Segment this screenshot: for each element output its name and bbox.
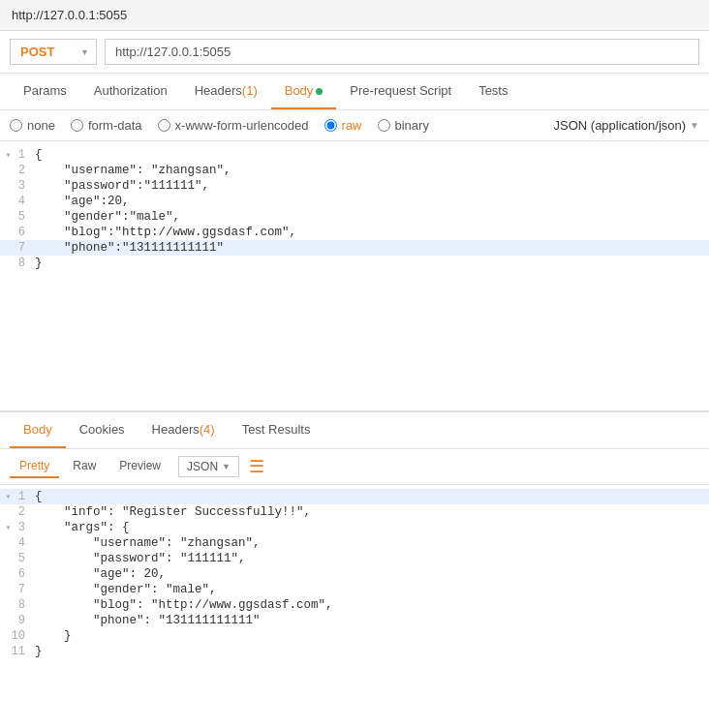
response-code-line: 8 "blog": "http://www.ggsdasf.com",: [0, 597, 709, 613]
line-number: 7: [0, 583, 35, 596]
line-number: 6: [0, 567, 35, 581]
line-number: 5: [0, 210, 35, 224]
response-toolbar: Pretty Raw Preview JSON ▼ ☰: [0, 449, 709, 485]
line-content: "blog":"http://www.ggsdasf.com",: [35, 226, 709, 239]
response-code-line: 9 "phone": "131111111111": [0, 613, 709, 628]
response-tabs-row: Body Cookies Headers(4) Test Results: [0, 412, 709, 449]
line-content: "password":"111111",: [35, 179, 709, 193]
window-title: http://127.0.0.1:5055: [12, 8, 127, 22]
line-number: 9: [0, 614, 35, 627]
radio-urlencoded[interactable]: x-www-form-urlencoded: [158, 118, 309, 133]
line-content: "args": {: [35, 521, 709, 534]
resp-wrap-btn[interactable]: ☰: [249, 456, 264, 477]
tab-body[interactable]: Body: [271, 74, 337, 109]
line-content: "username": "zhangsan",: [35, 536, 709, 550]
request-code-line: 8}: [0, 256, 709, 271]
body-options-row: none form-data x-www-form-urlencoded raw…: [0, 110, 709, 141]
request-body-editor[interactable]: ▾ 1{2 "username": "zhangsan",3 "password…: [0, 141, 709, 412]
response-body-viewer: ▾ 1{2 "info": "Register Successfully!!",…: [0, 485, 709, 663]
response-code-line: ▾ 1{: [0, 489, 709, 504]
tab-headers[interactable]: Headers(1): [181, 74, 271, 109]
line-number: 4: [0, 195, 35, 208]
radio-form-data[interactable]: form-data: [71, 118, 142, 133]
resp-format-chevron-icon: ▼: [222, 462, 231, 471]
body-dot: [316, 88, 323, 95]
line-content: "gender": "male",: [35, 583, 709, 596]
line-number: 11: [0, 645, 35, 658]
line-content: }: [35, 645, 709, 658]
request-tabs: Params Authorization Headers(1) Body Pre…: [0, 74, 709, 110]
line-content: "gender":"male",: [35, 210, 709, 224]
request-code-line: 4 "age":20,: [0, 194, 709, 209]
line-number: 4: [0, 536, 35, 550]
response-code-line: 4 "username": "zhangsan",: [0, 535, 709, 551]
request-code-line: 6 "blog":"http://www.ggsdasf.com",: [0, 225, 709, 240]
tab-tests[interactable]: Tests: [465, 74, 521, 109]
line-content: "username": "zhangsan",: [35, 164, 709, 177]
format-label: JSON (application/json): [554, 118, 687, 133]
tab-params[interactable]: Params: [10, 74, 80, 109]
response-code-line: 11}: [0, 644, 709, 659]
radio-raw[interactable]: raw: [324, 118, 362, 133]
request-code-line: 5 "gender":"male",: [0, 209, 709, 225]
request-code-line: ▾ 1{: [0, 147, 709, 163]
line-number: 7: [0, 241, 35, 255]
radio-binary[interactable]: binary: [378, 118, 429, 133]
format-select-wrapper[interactable]: JSON (application/json) ▼: [554, 118, 699, 133]
line-content: }: [35, 257, 709, 270]
tab-authorization[interactable]: Authorization: [80, 74, 181, 109]
resp-format-select[interactable]: JSON ▼: [178, 456, 239, 477]
line-number: 10: [0, 629, 35, 643]
tab-pre-request[interactable]: Pre-request Script: [336, 74, 465, 109]
line-content: "phone":"131111111111": [35, 241, 709, 255]
resp-pretty-btn[interactable]: Pretty: [10, 455, 59, 478]
request-code-line: 2 "username": "zhangsan",: [0, 163, 709, 178]
resp-preview-btn[interactable]: Preview: [109, 455, 170, 478]
line-number: 2: [0, 164, 35, 177]
resp-tab-body[interactable]: Body: [10, 412, 66, 448]
line-content: "blog": "http://www.ggsdasf.com",: [35, 598, 709, 612]
line-number: 5: [0, 552, 35, 565]
line-content: "age": 20,: [35, 567, 709, 581]
line-content: "password": "111111",: [35, 552, 709, 565]
method-wrapper: POST GET PUT DELETE: [10, 39, 97, 65]
response-code-line: 5 "password": "111111",: [0, 551, 709, 566]
line-number: ▾ 3: [0, 521, 35, 534]
line-content: "phone": "131111111111": [35, 614, 709, 627]
line-content: {: [35, 148, 709, 162]
url-input[interactable]: [105, 39, 699, 65]
response-code-line: 7 "gender": "male",: [0, 582, 709, 597]
resp-format-label: JSON: [187, 460, 218, 473]
line-content: {: [35, 490, 709, 503]
resp-tab-cookies[interactable]: Cookies: [66, 412, 139, 448]
response-code-line: 6 "age": 20,: [0, 566, 709, 582]
response-code-line: ▾ 3 "args": {: [0, 520, 709, 535]
radio-none[interactable]: none: [10, 118, 55, 133]
line-number: 3: [0, 179, 35, 193]
line-number: 8: [0, 598, 35, 612]
response-code-line: 10 }: [0, 628, 709, 644]
format-chevron-icon: ▼: [690, 120, 699, 131]
line-number: 2: [0, 505, 35, 519]
window-title-bar: http://127.0.0.1:5055: [0, 0, 709, 31]
method-select[interactable]: POST GET PUT DELETE: [10, 39, 97, 65]
line-number: ▾ 1: [0, 148, 35, 162]
line-content: "info": "Register Successfully!!",: [35, 505, 709, 519]
request-code-line: 7 "phone":"131111111111": [0, 240, 709, 256]
resp-tab-headers[interactable]: Headers(4): [139, 412, 229, 448]
request-row: POST GET PUT DELETE: [0, 31, 709, 74]
line-content: "age":20,: [35, 195, 709, 208]
resp-raw-btn[interactable]: Raw: [63, 455, 106, 478]
response-code-line: 2 "info": "Register Successfully!!",: [0, 504, 709, 520]
request-code-line: 3 "password":"111111",: [0, 178, 709, 194]
line-number: 8: [0, 257, 35, 270]
line-content: }: [35, 629, 709, 643]
line-number: 6: [0, 226, 35, 239]
line-number: ▾ 1: [0, 490, 35, 503]
resp-tab-test-results[interactable]: Test Results: [229, 412, 324, 448]
